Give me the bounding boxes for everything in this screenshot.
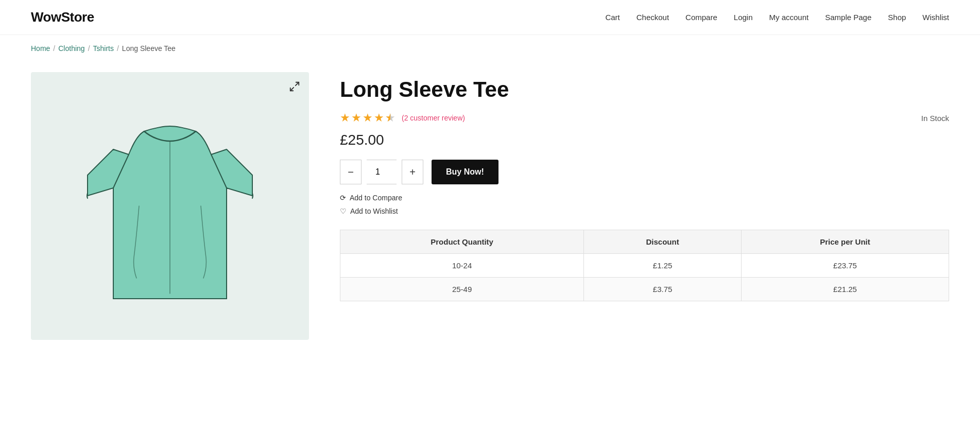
stock-badge: In Stock (921, 114, 949, 123)
product-details: Long Sleeve Tee ★ ★ ★ ★ ★★ (2 customer r… (340, 72, 949, 301)
table-cell-discount: £1.25 (584, 254, 742, 278)
action-links: ⟳ Add to Compare ♡ Add to Wishlist (340, 194, 949, 215)
breadcrumb-clothing[interactable]: Clothing (58, 44, 84, 53)
nav-item-my-account[interactable]: My account (769, 13, 809, 22)
add-to-wishlist-link[interactable]: ♡ Add to Wishlist (340, 207, 949, 215)
table-header-row: Product QuantityDiscountPrice per Unit (340, 230, 949, 254)
svg-line-0 (296, 82, 299, 85)
heart-icon: ♡ (340, 207, 347, 215)
product-image-container (31, 72, 309, 340)
quantity-decrease-button[interactable]: − (340, 160, 362, 184)
table-row: 10-24£1.25£23.75 (340, 254, 949, 278)
product-image (72, 93, 268, 319)
product-page: Long Sleeve Tee ★ ★ ★ ★ ★★ (2 customer r… (0, 62, 980, 360)
breadcrumb-sep-1: / (53, 44, 55, 53)
star-3: ★ (363, 111, 373, 125)
table-cell-price: £23.75 (742, 254, 949, 278)
nav-list: CartCheckoutCompareLoginMy accountSample… (605, 13, 949, 22)
compare-icon: ⟳ (340, 194, 346, 202)
add-to-compare-label: Add to Compare (350, 194, 402, 202)
table-cell-quantity: 25-49 (340, 278, 584, 301)
product-title: Long Sleeve Tee (340, 77, 949, 102)
star-4: ★ (374, 111, 384, 125)
nav-item-login[interactable]: Login (734, 13, 753, 22)
site-header: WowStore CartCheckoutCompareLoginMy acco… (0, 0, 980, 35)
star-5: ★★ (385, 111, 396, 125)
table-cell-discount: £3.75 (584, 278, 742, 301)
site-logo[interactable]: WowStore (31, 9, 94, 25)
add-to-wishlist-label: Add to Wishlist (350, 207, 398, 215)
add-to-cart-row: − + Buy Now! (340, 160, 949, 184)
pricing-table-header: Product QuantityDiscountPrice per Unit (340, 230, 949, 254)
product-price: £25.00 (340, 132, 949, 148)
add-to-compare-link[interactable]: ⟳ Add to Compare (340, 194, 949, 202)
review-count[interactable]: (2 customer review) (402, 114, 465, 122)
svg-line-1 (290, 88, 294, 91)
table-cell-price: £21.25 (742, 278, 949, 301)
table-header-discount: Discount (584, 230, 742, 254)
nav-item-compare[interactable]: Compare (685, 13, 717, 22)
table-header-product-quantity: Product Quantity (340, 230, 584, 254)
breadcrumb-tshirts[interactable]: Tshirts (93, 44, 114, 53)
star-1: ★ (340, 111, 350, 125)
breadcrumb-sep-2: / (88, 44, 90, 53)
main-nav: CartCheckoutCompareLoginMy accountSample… (605, 13, 949, 22)
nav-item-sample-page[interactable]: Sample Page (825, 13, 871, 22)
breadcrumb-current: Long Sleeve Tee (122, 44, 176, 53)
breadcrumb: Home / Clothing / Tshirts / Long Sleeve … (0, 35, 980, 62)
nav-item-checkout[interactable]: Checkout (637, 13, 669, 22)
nav-item-wishlist[interactable]: Wishlist (922, 13, 949, 22)
star-2: ★ (351, 111, 362, 125)
buy-now-button[interactable]: Buy Now! (432, 160, 498, 184)
breadcrumb-home[interactable]: Home (31, 44, 50, 53)
nav-item-cart[interactable]: Cart (605, 13, 620, 22)
nav-item-shop[interactable]: Shop (888, 13, 906, 22)
star-rating: ★ ★ ★ ★ ★★ (340, 111, 396, 125)
table-body: 10-24£1.25£23.7525-49£3.75£21.25 (340, 254, 949, 301)
expand-icon[interactable] (287, 79, 302, 94)
table-row: 25-49£3.75£21.25 (340, 278, 949, 301)
quantity-increase-button[interactable]: + (402, 160, 423, 184)
table-header-price-per-unit: Price per Unit (742, 230, 949, 254)
quantity-input[interactable] (367, 160, 397, 184)
breadcrumb-sep-3: / (117, 44, 119, 53)
pricing-table: Product QuantityDiscountPrice per Unit 1… (340, 230, 949, 301)
rating-row: ★ ★ ★ ★ ★★ (2 customer review) In Stock (340, 111, 949, 125)
table-cell-quantity: 10-24 (340, 254, 584, 278)
